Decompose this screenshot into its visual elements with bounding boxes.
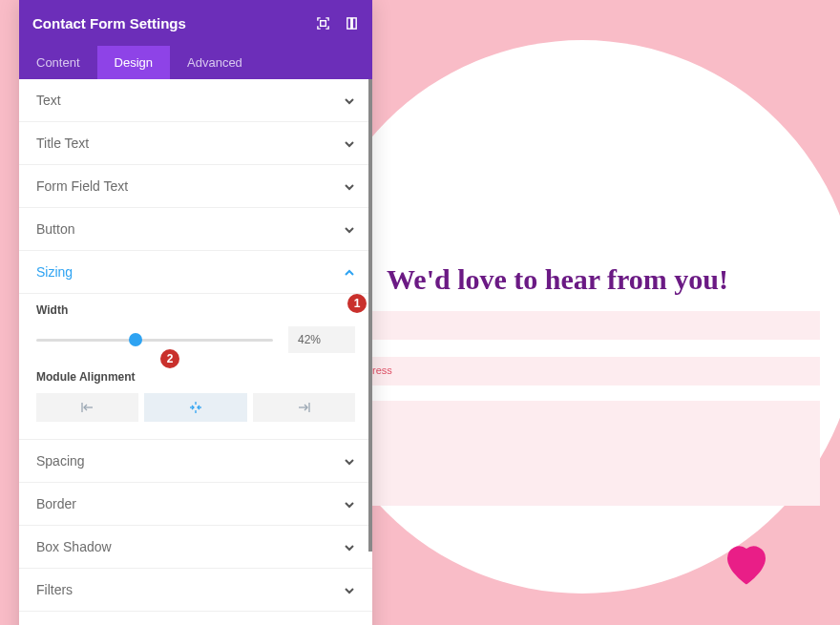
preview-field-message[interactable] <box>371 401 820 506</box>
sizing-controls: Width 42% Module Alignment <box>19 294 372 440</box>
section-animation[interactable]: Animation <box>19 612 372 625</box>
scrollbar-thumb[interactable] <box>368 79 372 552</box>
scrollbar[interactable] <box>368 79 372 567</box>
panel-header: Contact Form Settings <box>19 0 372 46</box>
chevron-down-icon <box>344 584 355 595</box>
svg-rect-2 <box>350 17 353 28</box>
section-label: Spacing <box>36 453 85 469</box>
snap-icon[interactable] <box>344 15 359 31</box>
tab-advanced[interactable]: Advanced <box>170 46 260 79</box>
callout-badge-2: 2 <box>160 349 179 368</box>
section-label: Border <box>36 496 76 511</box>
tab-content[interactable]: Content <box>19 46 97 79</box>
section-label: Filters <box>36 582 73 597</box>
section-title-text[interactable]: Title Text <box>19 122 372 165</box>
alignment-label: Module Alignment <box>36 370 355 384</box>
chevron-down-icon <box>344 137 355 149</box>
panel-body: Text Title Text Form Field Text Button S… <box>19 79 372 625</box>
width-slider[interactable] <box>36 339 273 342</box>
section-label: Box Shadow <box>36 539 112 554</box>
section-button[interactable]: Button <box>19 208 372 251</box>
settings-panel: Contact Form Settings Content Design Adv… <box>19 0 372 625</box>
chevron-up-icon <box>344 266 355 278</box>
section-label: Form Field Text <box>36 178 128 194</box>
width-label: Width <box>36 303 355 317</box>
width-value-input[interactable]: 42% <box>288 326 355 353</box>
section-label: Text <box>36 93 61 108</box>
section-filters[interactable]: Filters <box>19 569 372 612</box>
svg-rect-0 <box>320 20 326 26</box>
chevron-down-icon <box>344 498 355 510</box>
panel-title: Contact Form Settings <box>32 15 186 31</box>
section-label: Title Text <box>36 135 89 151</box>
preview-heading: We'd love to hear from you! <box>387 263 728 296</box>
chevron-down-icon <box>344 541 355 552</box>
section-border[interactable]: Border <box>19 483 372 526</box>
expand-icon[interactable] <box>315 15 330 31</box>
chevron-down-icon <box>344 94 355 106</box>
chevron-down-icon <box>344 223 355 235</box>
section-label: Sizing <box>36 264 73 280</box>
tab-bar: Content Design Advanced <box>19 46 372 79</box>
align-center-button[interactable] <box>144 393 246 422</box>
preview-field-name[interactable] <box>371 311 820 340</box>
section-label: Button <box>36 221 74 237</box>
chevron-down-icon <box>344 455 355 467</box>
section-box-shadow[interactable]: Box Shadow <box>19 526 372 569</box>
preview-field-email[interactable] <box>371 357 820 385</box>
align-right-button[interactable] <box>253 393 355 422</box>
section-spacing[interactable]: Spacing <box>19 440 372 483</box>
chevron-down-icon <box>344 180 355 192</box>
slider-thumb[interactable] <box>129 333 142 346</box>
align-left-button[interactable] <box>36 393 138 422</box>
callout-badge-1: 1 <box>347 294 367 313</box>
tab-design[interactable]: Design <box>97 46 170 79</box>
section-text[interactable]: Text <box>19 79 372 122</box>
section-form-field-text[interactable]: Form Field Text <box>19 165 372 208</box>
heart-icon <box>718 534 775 592</box>
section-sizing[interactable]: Sizing <box>19 251 372 294</box>
preview-field-email-placeholder-fragment: ress <box>372 365 392 376</box>
